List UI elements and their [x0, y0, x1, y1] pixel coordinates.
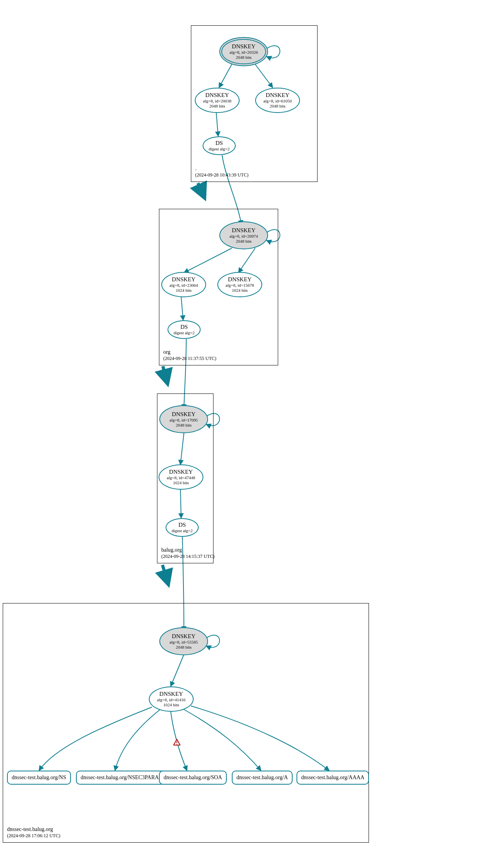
node-root-ds-sub: digest alg=2 [208, 146, 229, 152]
node-balug-ksk-alg: alg=8, id=17095 [169, 418, 198, 423]
node-root-zsk2-type: DNSKEY [266, 92, 289, 99]
node-balug-ds-sub: digest alg=2 [171, 528, 192, 533]
node-org-ksk-alg: alg=8, id=26974 [229, 234, 258, 239]
node-balug-ds: DS digest alg=2 [166, 518, 199, 537]
node-balug-zsk-type: DNSKEY [169, 469, 193, 475]
node-balug-ksk-bits: 2048 bits [176, 423, 192, 428]
node-dnssec-zsk-bits: 1024 bits [163, 702, 179, 707]
node-root-ds: DS digest alg=2 [203, 136, 236, 155]
node-root-zsk1-type: DNSKEY [205, 92, 229, 99]
node-root-ksk-bits: 2048 bits [236, 55, 252, 60]
node-root-ds-type: DS [215, 140, 223, 146]
zone-balug-ts: (2024-09-28 14:15:37 UTC) [161, 554, 215, 560]
warning-icon [173, 738, 181, 746]
svg-rect-1 [176, 744, 177, 745]
node-root-zsk1-alg: alg=8, id=20038 [203, 99, 231, 104]
rr-aaaa: dnssec-test.balug.org/AAAA [296, 771, 369, 785]
zonearrow-root-org [198, 183, 205, 198]
rr-nsec3: dnssec-test.balug.org/NSEC3PARAM [76, 771, 168, 785]
node-org-zsk1-bits: 1024 bits [176, 288, 192, 293]
zone-dnssec-ts: (2024-09-28 17:06:12 UTC) [7, 833, 60, 839]
node-org-zsk2-alg: alg=8, id=15678 [226, 283, 254, 288]
zonearrow-org-balug [163, 366, 168, 384]
zone-org-ts: (2024-09-28 11:37:55 UTC) [163, 356, 216, 362]
node-dnssec-ksk-alg: alg=8, id=55585 [169, 640, 198, 645]
rr-a: dnssec-test.balug.org/A [232, 771, 293, 785]
node-balug-zsk-alg: alg=8, id=47448 [167, 475, 195, 480]
node-balug-zsk: DNSKEY alg=8, id=47448 1024 bits [159, 464, 203, 490]
node-balug-ksk: DNSKEY alg=8, id=17095 2048 bits [159, 405, 208, 433]
node-dnssec-ksk: DNSKEY alg=8, id=55585 2048 bits [159, 627, 208, 655]
zone-org-name: org [163, 349, 216, 356]
node-root-zsk2-alg: alg=8, id=61050 [263, 99, 292, 104]
zone-balug-name: balug.org [161, 547, 215, 554]
node-balug-ds-type: DS [178, 522, 186, 528]
node-root-zsk2-bits: 2048 bits [270, 104, 286, 109]
dnssec-diagram: . (2024-09-28 10:43:39 UTC) DNSKEY alg=8… [0, 0, 494, 868]
node-dnssec-zsk-alg: alg=8, id=41416 [157, 697, 185, 702]
node-org-ds: DS digest alg=2 [168, 320, 201, 339]
node-org-zsk2-type: DNSKEY [228, 276, 252, 283]
node-org-zsk2-bits: 1024 bits [232, 288, 248, 293]
node-dnssec-ksk-bits: 2048 bits [176, 645, 192, 650]
zone-root-ts: (2024-09-28 10:43:39 UTC) [195, 172, 249, 178]
node-root-zsk2: DNSKEY alg=8, id=61050 2048 bits [255, 88, 300, 113]
node-org-ksk: DNSKEY alg=8, id=26974 2048 bits [219, 221, 268, 249]
node-root-ksk: DNSKEY alg=8, id=20326 2048 bits [219, 37, 268, 66]
node-org-zsk2: DNSKEY alg=8, id=15678 1024 bits [217, 272, 262, 297]
node-dnssec-ksk-type: DNSKEY [172, 633, 196, 640]
node-org-ds-type: DS [180, 324, 188, 330]
node-org-zsk1-alg: alg=8, id=23064 [169, 283, 198, 288]
node-org-ds-sub: digest alg=2 [173, 330, 194, 335]
node-balug-ksk-type: DNSKEY [172, 411, 196, 418]
node-org-ksk-bits: 2048 bits [236, 239, 252, 244]
node-root-zsk1-bits: 2048 bits [209, 104, 225, 109]
node-org-ksk-type: DNSKEY [232, 227, 256, 234]
node-dnssec-zsk-type: DNSKEY [159, 691, 183, 697]
node-balug-zsk-bits: 1024 bits [173, 480, 189, 485]
node-root-ksk-alg: alg=8, id=20326 [229, 50, 258, 55]
node-org-zsk1-type: DNSKEY [172, 276, 196, 283]
node-dnssec-zsk: DNSKEY alg=8, id=41416 1024 bits [149, 686, 194, 712]
rr-soa: dnssec-test.balug.org/SOA [159, 771, 227, 785]
rr-ns: dnssec-test.balug.org/NS [7, 771, 71, 785]
node-org-zsk1: DNSKEY alg=8, id=23064 1024 bits [161, 272, 206, 297]
zone-root-name: . [195, 165, 249, 172]
zone-dnssec-name: dnssec-test.balug.org [7, 826, 60, 833]
node-root-ksk-type: DNSKEY [232, 43, 256, 50]
node-root-zsk1: DNSKEY alg=8, id=20038 2048 bits [195, 88, 240, 113]
svg-rect-0 [176, 741, 177, 743]
zonearrow-balug-dnssec [162, 565, 168, 584]
